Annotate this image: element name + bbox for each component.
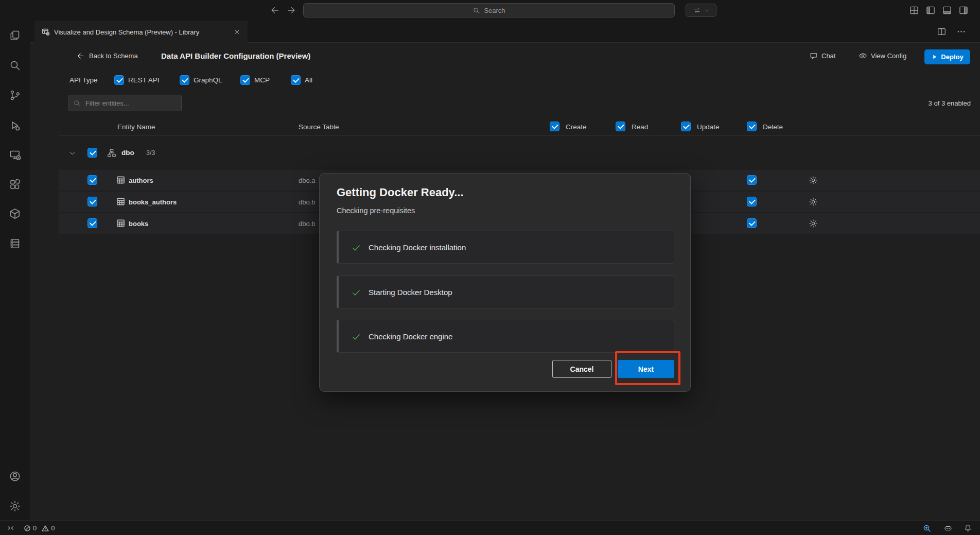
chat-button[interactable]: Chat xyxy=(809,51,835,60)
copilot-status[interactable] xyxy=(943,521,953,535)
deploy-button[interactable]: Deploy xyxy=(924,49,970,64)
entity-checkbox[interactable] xyxy=(87,218,97,228)
nav-back-button[interactable] xyxy=(270,5,280,15)
delete-checkbox[interactable] xyxy=(747,197,757,206)
update-all-checkbox[interactable] xyxy=(681,122,691,131)
view-config-button[interactable]: View Config xyxy=(859,51,906,60)
activity-bar xyxy=(0,21,30,520)
create-all-checkbox[interactable] xyxy=(550,122,559,131)
all-checkbox[interactable] xyxy=(291,75,301,85)
toggle-sidebar-button[interactable] xyxy=(925,5,936,15)
swap-session-icon xyxy=(693,6,701,14)
tab-strip: Visualize and Design Schema (Preview) - … xyxy=(30,21,980,43)
panel-right-icon xyxy=(958,5,969,15)
step-label: Checking Docker installation xyxy=(369,243,466,252)
toggle-panel-button[interactable] xyxy=(942,5,952,15)
arrow-left-icon xyxy=(270,5,280,15)
entity-checkbox[interactable] xyxy=(87,175,97,185)
settings-gear-icon xyxy=(9,500,21,512)
activity-account[interactable] xyxy=(9,470,21,482)
deploy-label: Deploy xyxy=(941,53,963,61)
activity-settings[interactable] xyxy=(9,500,21,512)
arrow-right-icon xyxy=(286,5,296,15)
activity-containers[interactable] xyxy=(9,208,21,220)
tab-title: Visualize and Design Schema (Preview) - … xyxy=(54,28,228,36)
step-card: Starting Docker Desktop xyxy=(337,275,674,308)
entity-name: books xyxy=(129,220,148,228)
tab-visualize-design-schema[interactable]: Visualize and Design Schema (Preview) - … xyxy=(34,21,248,43)
enabled-summary: 3 of 3 enabled xyxy=(929,99,971,107)
activity-database-projects[interactable] xyxy=(9,237,21,250)
error-count: 0 xyxy=(33,524,37,532)
step-card: Checking Docker engine xyxy=(337,320,674,353)
graphql-checkbox[interactable] xyxy=(180,75,189,85)
next-button[interactable]: Next xyxy=(618,360,674,378)
search-icon xyxy=(9,59,21,72)
col-delete: Delete xyxy=(763,123,783,131)
notifications-bell[interactable] xyxy=(964,521,972,535)
dialog-title: Getting Docker Ready... xyxy=(337,186,464,199)
page-title: Data API Builder Configuration (Preview) xyxy=(161,51,310,60)
table-grid-icon xyxy=(116,176,125,184)
tab-close-button[interactable] xyxy=(232,27,241,37)
mcp-label: MCP xyxy=(254,76,270,84)
next-label: Next xyxy=(638,365,654,373)
all-label: All xyxy=(305,76,312,84)
layout-grid-icon xyxy=(909,5,919,15)
run-debug-icon xyxy=(9,119,21,132)
warning-count: 0 xyxy=(51,524,55,532)
activity-remote-explorer[interactable] xyxy=(9,149,21,161)
close-icon xyxy=(233,28,241,36)
customize-layout-button[interactable] xyxy=(909,5,919,15)
read-all-checkbox[interactable] xyxy=(616,122,625,131)
remote-indicator[interactable] xyxy=(6,521,15,535)
step-label: Starting Docker Desktop xyxy=(369,288,452,297)
activity-run-debug[interactable] xyxy=(9,119,21,132)
row-settings-button[interactable] xyxy=(809,176,818,185)
row-settings-button[interactable] xyxy=(809,219,818,228)
cancel-button[interactable]: Cancel xyxy=(552,360,611,378)
rest-api-checkbox[interactable] xyxy=(114,75,124,85)
session-dropdown[interactable] xyxy=(686,4,716,17)
zoom-indicator[interactable] xyxy=(923,521,931,535)
activity-search[interactable] xyxy=(9,59,21,72)
dialog-subtitle: Checking pre-requisites xyxy=(337,206,415,215)
expand-chevron-icon[interactable] xyxy=(68,149,76,157)
delete-checkbox[interactable] xyxy=(747,218,757,228)
problems-indicator[interactable]: 0 0 xyxy=(24,521,55,535)
search-placeholder: Search xyxy=(484,7,505,14)
split-editor-button[interactable] xyxy=(937,27,947,37)
editor-more-actions-button[interactable] xyxy=(956,27,967,37)
group-checkbox[interactable] xyxy=(87,148,97,158)
command-center-search[interactable]: Search xyxy=(303,3,675,18)
delete-all-checkbox[interactable] xyxy=(747,122,757,131)
org-chart-icon xyxy=(107,148,116,158)
table-grid-icon xyxy=(116,219,125,228)
check-icon xyxy=(351,332,361,342)
schema-editor-tab-icon xyxy=(42,28,50,36)
activity-explorer[interactable] xyxy=(9,29,21,42)
check-icon xyxy=(351,287,361,298)
chat-label: Chat xyxy=(821,52,835,60)
search-icon xyxy=(472,7,480,14)
back-label: Back to Schema xyxy=(89,52,138,60)
containers-cube-icon xyxy=(9,208,21,220)
step-card: Checking Docker installation xyxy=(337,231,674,264)
chevron-down-icon xyxy=(704,8,710,13)
mcp-checkbox[interactable] xyxy=(240,75,250,85)
col-source-table: Source Table xyxy=(299,123,339,131)
nav-forward-button[interactable] xyxy=(286,5,296,15)
explorer-icon xyxy=(9,29,21,42)
activity-extensions[interactable] xyxy=(9,178,21,191)
table-grid-icon xyxy=(116,197,125,206)
row-settings-button[interactable] xyxy=(809,197,818,206)
activity-source-control[interactable] xyxy=(9,89,21,101)
zoom-magnifier-icon xyxy=(923,524,931,532)
entity-checkbox[interactable] xyxy=(87,197,97,206)
remote-icon xyxy=(6,524,15,532)
check-icon xyxy=(351,243,361,253)
delete-checkbox[interactable] xyxy=(747,175,757,185)
back-to-schema-button[interactable]: Back to Schema xyxy=(76,51,138,60)
toggle-secondary-sidebar-button[interactable] xyxy=(958,5,969,15)
filter-entities-input[interactable] xyxy=(68,95,182,111)
